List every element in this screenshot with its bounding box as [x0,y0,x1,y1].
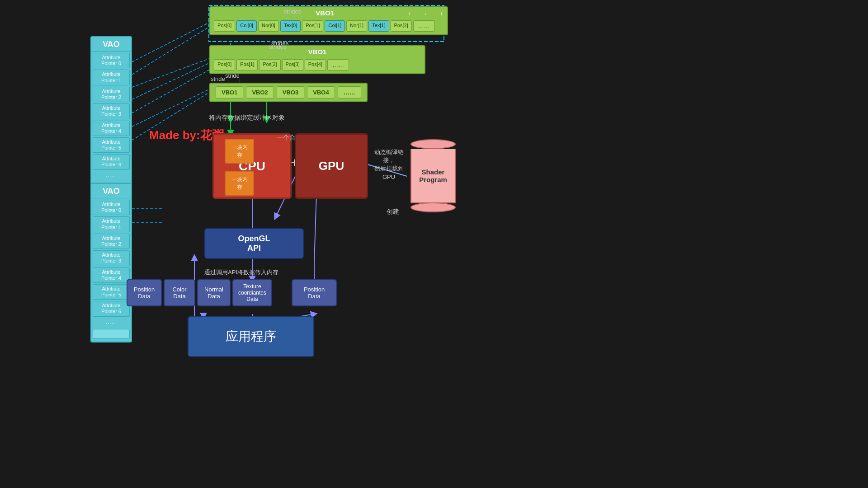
bind-mem-label: 将内存数据绑定缓冲区对象 [209,114,285,122]
vbo-mid-pos2: Pos[2] [259,59,280,70]
vbo-cell-dots1: …… [413,20,435,32]
vbo-mid-dots: …… [327,59,349,70]
vbo-mid-pos3: Pos[3] [282,59,303,70]
opengl-box: OpenGLAPI [204,228,304,259]
color-data-box: ColorData [164,279,195,306]
vao2-attr-4: AttributePointer 4 [93,267,130,283]
opengl-label: OpenGLAPI [238,234,270,253]
vao2-dots: …… [105,319,117,325]
vbo-cell-col0: Col[0] [236,20,257,32]
vbo-mid-pos4: Pos[4] [305,59,326,70]
gpu-label: GPU [319,159,344,173]
position-data-box-2: PositionData [292,279,337,306]
svg-line-8 [132,63,209,99]
vbo1-mid-cells: Pos[0] Pos[1] Pos[2] Pos[3] Pos[4] …… [210,57,425,73]
vbo1-mid: VBO1 Pos[0] Pos[1] Pos[2] Pos[3] Pos[4] … [209,45,425,74]
svg-line-6 [132,27,209,75]
strides-label-2: strides [269,43,286,50]
data-row: PositionData ColorData NormalData Textur… [127,279,272,306]
vao2-attr-2: AttributePointer 2 [93,234,130,249]
vao1-title: VAO [91,37,131,52]
vao-panel-2: VAO AttributePointer 0 AttributePointer … [90,183,132,343]
vao2-attr-0: AttributePointer 0 [93,200,130,215]
vbo1-top-title: VBO1 [312,8,338,18]
vao1-dots: …… [105,172,117,178]
vao2-attr-6: AttributePointer 6 [93,301,130,316]
vbo-cell-tex0: Tex[0] [280,20,301,32]
vbo-mid-pos0: Pos[0] [214,59,235,70]
dynamic-label: 动态编译链接，然后挂载到GPU [371,148,407,181]
stride-label: stride [211,75,225,82]
memory-chip-2: 一块内存 [225,171,254,196]
vao1-attr-3: AttributePointer 3 [93,103,130,119]
vao1-attr-4: AttributePointer 4 [93,121,130,136]
create-label: 创建 [387,208,399,216]
vao2-attr-1: AttributePointer 1 [93,216,130,232]
shader-body: ShaderProgram [410,149,456,203]
vbo-cell-pos2: Pos[2] [391,20,412,32]
vbo-multi-vbo3: VBO3 [277,86,304,99]
memory-chip-1: 一块内存 [225,139,254,164]
vbo-multi-vbo4: VBO4 [307,86,335,99]
position-data-box: PositionData [127,279,162,306]
vao1-attr-2: AttributePointer 2 [93,87,130,102]
vao2-attr-5: AttributePointer 5 [93,284,130,300]
vao2-blank [93,329,130,339]
vao1-attr-1: AttributePointer 1 [93,70,130,85]
vbo-cell-pos1: Pos[1] [302,20,323,32]
vbo1-top: VBO1 ↓ ↓ ↓ Pos[0] Col[0] Nor[0] Tex[0] P… [209,6,448,35]
vao1-attr-5: AttributePointer 5 [93,137,130,153]
vbo-multi: VBO1 VBO2 VBO3 VBO4 …… [209,83,368,102]
gpu-box: GPU [295,133,368,199]
vbo-cell-nor0: Nor[0] [258,20,279,32]
vbo1-top-cells: Pos[0] Col[0] Nor[0] Tex[0] Pos[1] Col[1… [210,19,447,34]
shader-bottom [410,202,456,212]
vbo-cell-nor1: Nor[1] [346,20,367,32]
svg-line-5 [132,23,209,62]
vao-panel-1: VAO AttributePointer 0 AttributePointer … [90,36,132,196]
vbo-multi-dots: …… [338,86,361,99]
app-box: 应用程序 [188,316,314,357]
vao1-attr-0: AttributePointer 0 [93,53,130,68]
mem2-label: 一块内存 [231,176,248,191]
shader-top [410,139,456,149]
vbo-cell-pos0: Pos[0] [214,20,235,32]
vbo1-mid-title: VBO1 [305,47,330,56]
svg-line-9 [132,70,209,113]
texture-data-box: TexturecoordiantesData [232,279,272,306]
vbo-multi-vbo1: VBO1 [216,86,243,99]
api-call-label: 通过调用API将数据传入内存 [204,268,278,277]
svg-line-10 [132,89,209,127]
shader-container: ShaderProgram [410,139,456,212]
vao1-attr-6: AttributePointer 6 [93,154,130,169]
strides-label-1: strides [284,8,301,15]
svg-line-30 [314,194,316,262]
normal-data-box: NormalData [197,279,231,306]
svg-line-7 [132,59,209,87]
vbo-multi-vbo2: VBO2 [246,86,274,99]
main-canvas: strides strides stride [0,0,868,488]
vbo-cell-tex1: Tex[1] [368,20,389,32]
mem1-label: 一块内存 [231,144,248,159]
app-label: 应用程序 [226,328,276,345]
vao2-attr-3: AttributePointer 3 [93,250,130,266]
vbo-mid-pos1: Pos[1] [236,59,258,70]
shader-label: ShaderProgram [419,168,447,183]
vao2-title: VAO [91,184,131,198]
vbo-cell-col1: Col[1] [325,20,345,32]
